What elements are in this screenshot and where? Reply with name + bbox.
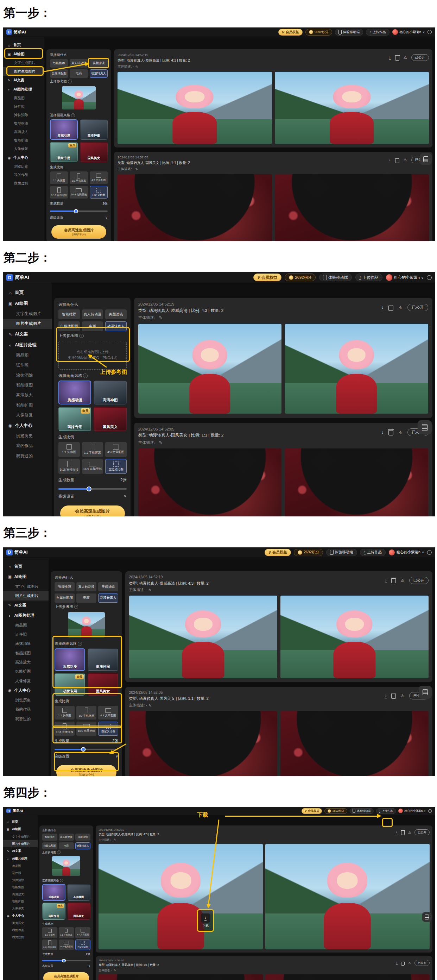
subject-option-4[interactable]: 电商 — [59, 842, 74, 850]
subject-option-3[interactable]: 自媒体配图 — [54, 593, 74, 603]
sidebar-item-8[interactable]: 涂抹消除 — [3, 111, 44, 119]
ratio-option-5[interactable]: 自定义比例 — [105, 459, 127, 474]
sidebar-item-16[interactable]: 我赞过的 — [3, 179, 44, 188]
user-menu[interactable]: 粗心的小紫薯n∨ — [393, 29, 425, 35]
subject-option-0[interactable]: 智能推荐 — [59, 309, 80, 319]
subject-option-4[interactable]: 电商 — [76, 593, 96, 603]
ratio-option-4[interactable]: 16:9 电脑壁纸 — [82, 459, 103, 474]
style-option-3[interactable]: 国风美女 — [67, 902, 91, 920]
generate-button[interactable]: 会员高速生成图片(消耗2积分) — [51, 225, 106, 239]
sidebar-item-13[interactable]: ◉个人中心 — [3, 912, 38, 920]
ratio-option-0[interactable]: 1:1 头像图 — [50, 172, 68, 184]
sidebar-item-8[interactable]: 涂抹消除 — [3, 877, 38, 884]
sidebar-item-15[interactable]: 我的作品 — [3, 927, 38, 934]
sidebar-item-11[interactable]: 智能扩图 — [3, 667, 49, 676]
sidebar-item-11[interactable]: 智能扩图 — [3, 136, 44, 145]
generated-image[interactable] — [265, 974, 430, 980]
style-option-0[interactable]: 质感动漫 — [54, 648, 85, 671]
sidebar-item-0[interactable]: ⌂首页 — [3, 562, 49, 572]
user-menu[interactable]: 粗心的小紫薯n∨ — [389, 549, 424, 556]
generated-image[interactable] — [275, 72, 429, 144]
sidebar-item-8[interactable]: 涂抹消除 — [3, 639, 49, 648]
generated-image[interactable] — [280, 596, 429, 678]
ratio-option-2[interactable]: 4:3 文章配图 — [105, 442, 127, 457]
sidebar-item-10[interactable]: 高清放大 — [3, 128, 44, 136]
generated-image[interactable] — [265, 844, 430, 950]
sidebar-item-3[interactable]: 图片生成图片 — [3, 67, 44, 76]
vip-benefits-button[interactable]: V会员权益 — [302, 808, 322, 814]
report-icon[interactable]: ⚠ — [401, 578, 405, 583]
download-icon[interactable]: ↓ — [389, 158, 391, 162]
ratio-option-2[interactable]: 4:3 文章配图 — [98, 706, 118, 720]
mobile-app-button[interactable]: 体验移动端 — [319, 274, 352, 281]
subject-option-2[interactable]: 美颜滤镜 — [98, 582, 118, 591]
user-menu[interactable]: 粗心的小紫薯n∨ — [386, 274, 424, 281]
subject-option-3[interactable]: 自媒体配图 — [50, 69, 68, 78]
points-badge[interactable]: 2692积分 — [294, 549, 323, 556]
sidebar-item-9[interactable]: 智能抠图 — [3, 884, 38, 891]
sidebar-item-5[interactable]: ◐AI图片处理 — [3, 85, 44, 94]
feedback-fab[interactable] — [422, 912, 432, 922]
report-icon[interactable]: ⚠ — [408, 961, 411, 965]
ratio-option-0[interactable]: 1:1 头像图 — [54, 706, 74, 720]
edit-icon[interactable]: ✎ — [135, 65, 138, 68]
ratio-option-3[interactable]: 9:16 宣传海报 — [54, 722, 74, 736]
upload-works-button[interactable]: ↑上传作品 — [360, 549, 385, 556]
vip-benefits-button[interactable]: V会员权益 — [265, 549, 291, 556]
sidebar-item-9[interactable]: 智能抠图 — [3, 648, 49, 657]
sidebar-item-10[interactable]: 高清放大 — [3, 657, 49, 667]
style-option-2[interactable]: 会员萌妹专用 — [42, 902, 65, 920]
sidebar-item-8[interactable]: 涂抹消除 — [3, 371, 52, 380]
sidebar-item-4[interactable]: ✎AI文案 — [3, 847, 38, 855]
edit-icon[interactable]: ✎ — [159, 441, 162, 445]
download-icon[interactable]: ↓ — [385, 578, 387, 583]
subject-option-0[interactable]: 智能推荐 — [54, 582, 74, 591]
sidebar-item-4[interactable]: ✎AI文案 — [3, 601, 49, 611]
sidebar-item-7[interactable]: 证件照 — [3, 630, 49, 639]
style-option-0[interactable]: 质感动漫 — [50, 119, 78, 140]
advanced-settings[interactable]: 高级设置∨ — [59, 494, 127, 499]
slider-knob[interactable] — [74, 209, 78, 213]
user-menu[interactable]: 粗心的小紫薯n∨ — [398, 808, 426, 813]
mobile-app-button[interactable]: 体验移动端 — [350, 808, 373, 814]
mobile-app-button[interactable]: 体验移动端 — [335, 29, 364, 35]
ratio-option-1[interactable]: 1:2 手机屏幕 — [59, 927, 74, 938]
edit-icon[interactable]: ✎ — [159, 315, 162, 320]
ratio-option-3[interactable]: 9:16 宣传海报 — [59, 459, 80, 474]
download-icon[interactable]: ↓ — [385, 693, 387, 698]
sidebar-item-16[interactable]: 我赞过的 — [3, 934, 38, 941]
ratio-option-3[interactable]: 9:16 宣传海报 — [42, 940, 57, 950]
style-option-2[interactable]: 会员萌妹专用 — [50, 142, 78, 162]
quantity-slider[interactable] — [42, 959, 91, 963]
power-icon[interactable] — [427, 550, 432, 555]
sidebar-item-16[interactable]: 我赞过的 — [3, 451, 52, 461]
sidebar-item-13[interactable]: ◉个人中心 — [3, 153, 44, 162]
style-option-0[interactable]: 质感动漫 — [59, 380, 91, 404]
sidebar-item-10[interactable]: 高清放大 — [3, 390, 52, 400]
sidebar-item-5[interactable]: ◐AI图片处理 — [3, 610, 49, 620]
feedback-fab[interactable] — [419, 686, 432, 699]
sidebar-item-0[interactable]: ⌂首页 — [3, 40, 44, 49]
sidebar-item-3[interactable]: 图片生成图片 — [3, 840, 38, 847]
advanced-settings[interactable]: 高级设置∨ — [54, 754, 118, 759]
ratio-option-4[interactable]: 16:9 电脑壁纸 — [59, 940, 74, 950]
trash-icon[interactable] — [401, 962, 405, 966]
download-icon[interactable]: ↓ — [381, 305, 383, 310]
sidebar-item-12[interactable]: 人像修复 — [3, 410, 52, 420]
style-option-0[interactable]: 质感动漫 — [42, 884, 65, 901]
ratio-option-1[interactable]: 1:2 手机屏幕 — [70, 172, 87, 184]
subject-option-1[interactable]: 真人转动漫 — [82, 309, 103, 319]
sidebar-item-10[interactable]: 高清放大 — [3, 891, 38, 898]
power-icon[interactable] — [428, 809, 432, 813]
points-badge[interactable]: 2692积分 — [305, 29, 332, 35]
download-icon[interactable]: ↓ — [389, 55, 391, 60]
subject-option-1[interactable]: 真人转动漫 — [70, 59, 87, 68]
trash-icon[interactable] — [401, 831, 405, 835]
generated-image[interactable] — [285, 449, 429, 516]
sidebar-item-13[interactable]: ◉个人中心 — [3, 686, 49, 696]
generated-image[interactable] — [275, 174, 429, 241]
mobile-app-button[interactable]: 体验移动端 — [326, 549, 357, 556]
edit-icon[interactable]: ✎ — [114, 838, 116, 841]
ratio-option-0[interactable]: 1:1 头像图 — [59, 442, 80, 457]
subject-option-0[interactable]: 智能推荐 — [50, 59, 68, 68]
